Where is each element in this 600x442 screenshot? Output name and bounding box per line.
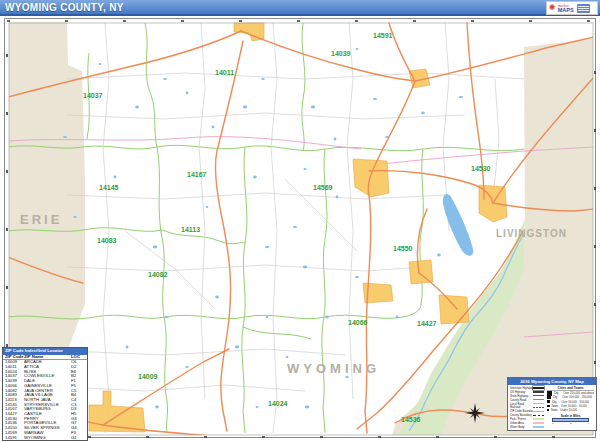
- zip-table-cell: G1: [71, 436, 84, 441]
- legend-swatch-state: [533, 395, 544, 396]
- zip-table-cell: WYOMING: [24, 436, 71, 441]
- brand-logo: ✺ market MAPS: [546, 1, 598, 15]
- city-dot-icon: [547, 409, 549, 411]
- city-tier-range: Under 10,000: [560, 408, 577, 412]
- scale-tick: 4: [588, 422, 589, 425]
- map-canvas: [5, 19, 597, 439]
- scale-ticks: 024: [552, 422, 589, 425]
- zip-col-header: ZIP Name: [24, 355, 71, 360]
- legend-swatch-local: [533, 403, 544, 404]
- zip-col-header: LOC: [71, 355, 84, 360]
- scale-tick: 2: [570, 422, 571, 425]
- legend-swatch-countyroad: [533, 399, 544, 400]
- legend-swatch-park: [533, 418, 544, 421]
- legend-swatch-interstate: [533, 386, 544, 390]
- legend-swatch-rail: [533, 407, 544, 408]
- brand-word-main: MAPS: [558, 8, 574, 12]
- scale-bar-block: Scale in Miles 024: [547, 414, 594, 426]
- city-dot-icon: [547, 395, 551, 399]
- page: { "header": { "title": "WYOMING COUNTY, …: [0, 0, 600, 442]
- zip-table-row: 14591WYOMINGG1: [3, 436, 87, 441]
- legend-row-label: Water Body: [510, 425, 533, 429]
- city-dot-icon: [547, 400, 550, 403]
- legend-swatch-urban: [533, 422, 544, 425]
- zip-table-cell: 14591: [5, 436, 24, 441]
- zip-col-header: ZIP Code: [5, 355, 24, 360]
- zip-table-rows: 14009ARCADEC614011ATTICAD214024BLISSE614…: [3, 360, 87, 440]
- legend-swatch-zipb: [533, 411, 544, 412]
- zip-table-title: ZIP Code Index/Grid Locator: [3, 348, 87, 355]
- map-frame: [4, 18, 596, 438]
- page-title: WYOMING COUNTY, NY: [5, 2, 124, 13]
- legend-swatch-countyb: [533, 415, 544, 416]
- legend-swatch-water: [533, 426, 544, 429]
- city-dot-icon: [547, 405, 550, 408]
- scale-tick: 0: [552, 422, 553, 425]
- legend-row: Water Body: [510, 425, 544, 429]
- legend-title: 2016 Wyoming County, NY Map: [508, 378, 596, 385]
- map-legend: 2016 Wyoming County, NY Map Interstate H…: [507, 377, 597, 431]
- town-castile: [439, 295, 469, 324]
- legend-line-list: Interstate HighwayUS HighwayState Highwa…: [510, 386, 544, 429]
- legend-city-tier: TownUnder 10,000: [547, 408, 594, 412]
- city-tier-name: Town: [551, 408, 559, 412]
- compass-burst-icon: ✺: [549, 4, 556, 12]
- brand-tag-icon: [577, 4, 590, 13]
- zip-index-table: ZIP Code Index/Grid Locator ZIP CodeZIP …: [2, 347, 88, 441]
- title-bar: WYOMING COUNTY, NY: [0, 0, 600, 16]
- compass-rose-icon: [464, 402, 486, 424]
- legend-city-list: CityOver 250,000 and aboveCityOver 100,0…: [547, 391, 594, 412]
- legend-swatch-ushwy: [533, 391, 544, 393]
